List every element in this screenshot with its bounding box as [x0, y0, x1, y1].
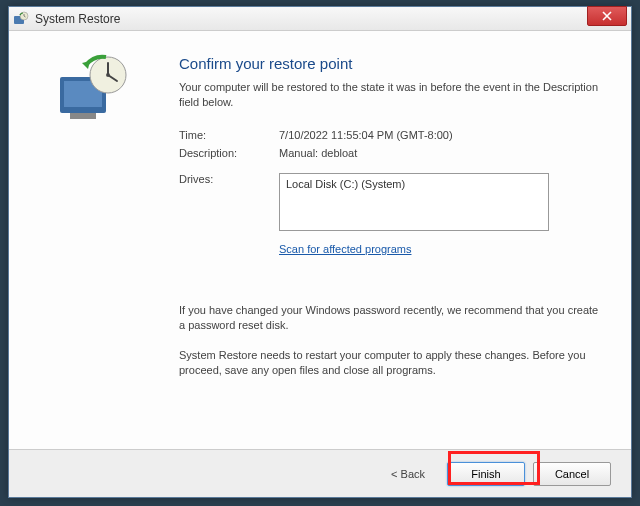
button-bar: < Back Finish Cancel [9, 449, 631, 497]
drives-value: Local Disk (C:) (System) [286, 178, 405, 190]
password-note: If you have changed your Windows passwor… [179, 303, 601, 334]
window-title: System Restore [35, 12, 627, 26]
drives-label: Drives: [179, 173, 279, 231]
restart-note: System Restore needs to restart your com… [179, 348, 601, 379]
system-restore-window: System Restore Con [8, 6, 632, 498]
close-button[interactable] [587, 6, 627, 26]
time-value: 7/10/2022 11:55:04 PM (GMT-8:00) [279, 129, 453, 141]
restore-illustration-icon [54, 51, 134, 131]
scan-affected-link[interactable]: Scan for affected programs [279, 243, 411, 255]
description-label: Description: [179, 147, 279, 159]
title-bar: System Restore [9, 7, 631, 31]
svg-rect-5 [70, 113, 96, 119]
sidebar [9, 31, 179, 449]
page-subheading: Your computer will be restored to the st… [179, 80, 601, 111]
page-heading: Confirm your restore point [179, 55, 601, 72]
time-label: Time: [179, 129, 279, 141]
main-panel: Confirm your restore point Your computer… [179, 31, 631, 449]
finish-button[interactable]: Finish [447, 462, 525, 486]
svg-marker-8 [82, 61, 90, 69]
cancel-button[interactable]: Cancel [533, 462, 611, 486]
description-row: Description: Manual: debloat [179, 147, 601, 159]
drives-listbox[interactable]: Local Disk (C:) (System) [279, 173, 549, 231]
system-restore-icon [13, 11, 29, 27]
drives-row: Drives: Local Disk (C:) (System) [179, 173, 601, 231]
close-icon [602, 11, 612, 21]
description-value: Manual: debloat [279, 147, 357, 159]
content-area: Confirm your restore point Your computer… [9, 31, 631, 449]
time-row: Time: 7/10/2022 11:55:04 PM (GMT-8:00) [179, 129, 601, 141]
back-button[interactable]: < Back [383, 464, 433, 484]
